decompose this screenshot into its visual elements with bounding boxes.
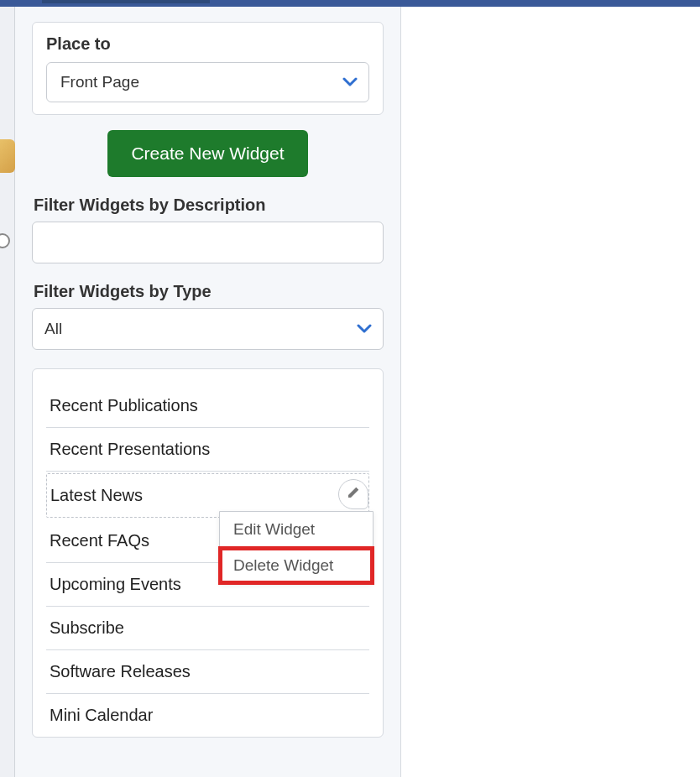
widget-item[interactable]: Subscribe: [46, 607, 369, 650]
left-edge-strip: [0, 7, 15, 777]
filter-type-value: All: [44, 320, 62, 338]
filter-type-select[interactable]: All: [32, 308, 384, 350]
top-accent-strip: [42, 0, 210, 3]
filter-description-label: Filter Widgets by Description: [32, 196, 384, 215]
filter-type-label: Filter Widgets by Type: [32, 282, 384, 301]
place-to-select[interactable]: Front Page: [46, 62, 369, 102]
delete-widget-menu-item[interactable]: Delete Widget: [220, 548, 373, 583]
edit-widget-icon-button[interactable]: [338, 479, 368, 509]
widget-item-label: Subscribe: [50, 618, 124, 637]
widget-item[interactable]: Software Releases: [46, 650, 369, 694]
circle-fragment: [0, 233, 10, 248]
widget-item-label: Recent Publications: [50, 396, 198, 415]
widget-item-label: Recent FAQs: [50, 531, 149, 550]
widget-item-label: Recent Presentations: [50, 440, 210, 458]
place-to-value: Front Page: [60, 73, 139, 91]
edit-widget-menu-item[interactable]: Edit Widget: [220, 512, 373, 548]
filter-description-input[interactable]: [32, 222, 384, 263]
widget-item-label: Upcoming Events: [50, 575, 181, 593]
widget-manager-panel: Place to Front Page Create New Widget Fi…: [15, 7, 401, 777]
widget-item-label: Latest News: [50, 486, 143, 504]
widget-item-label: Mini Calendar: [50, 706, 153, 724]
widget-list: Recent Publications Recent Presentations…: [32, 368, 384, 738]
avatar-fragment: [0, 139, 15, 173]
widget-item[interactable]: Recent Publications: [46, 384, 369, 428]
place-to-card: Place to Front Page: [32, 22, 384, 115]
place-to-label: Place to: [46, 34, 369, 54]
create-new-widget-button[interactable]: Create New Widget: [107, 130, 307, 177]
widget-context-menu: Edit Widget Delete Widget: [219, 511, 374, 584]
widget-item-label: Software Releases: [50, 662, 191, 681]
widget-item-active[interactable]: Latest News Edit Widget Delete Widget: [46, 473, 369, 518]
widget-item[interactable]: Recent Presentations: [46, 428, 369, 472]
widget-item[interactable]: Mini Calendar: [46, 694, 369, 737]
place-to-select-wrap: Front Page: [46, 62, 369, 102]
pencil-icon: [346, 485, 361, 504]
